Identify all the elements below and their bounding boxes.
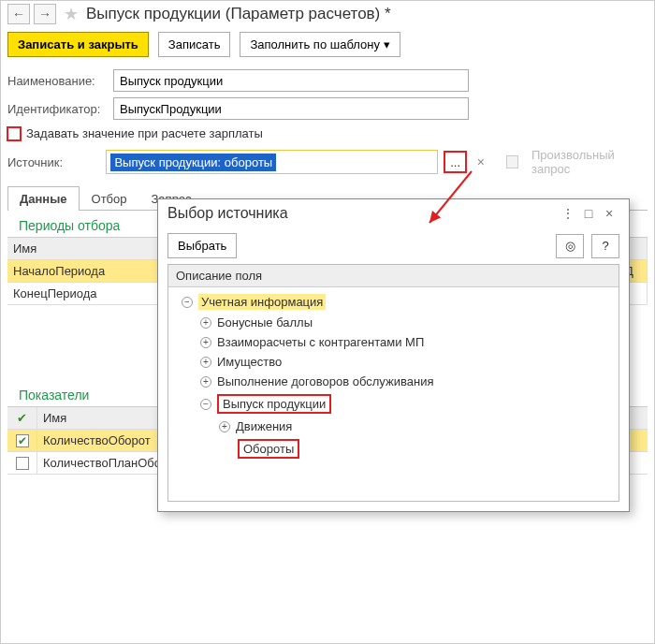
expand-icon[interactable]: +	[200, 337, 211, 348]
custom-query-label: Произвольный запрос	[531, 148, 648, 176]
source-lookup-button[interactable]: ...	[444, 152, 465, 172]
source-selection-dialog: Выбор источника ⋮ □ × Выбрать ◎ ? Описан…	[157, 198, 630, 512]
set-on-salary-label: Задавать значение при расчете зарплаты	[26, 126, 263, 140]
fill-template-label: Заполнить по шаблону	[250, 37, 379, 51]
tree-node[interactable]: +Взаиморасчеты с контрагентами МП	[176, 332, 611, 352]
dialog-title: Выбор источника	[167, 205, 558, 222]
tree-label: Обороты	[238, 439, 299, 459]
save-and-close-button[interactable]: Записать и закрыть	[7, 32, 149, 57]
expand-icon[interactable]: +	[219, 421, 230, 432]
camera-icon: ◎	[565, 239, 575, 253]
tree-node-output[interactable]: −Выпуск продукции	[176, 391, 611, 417]
tree-node[interactable]: +Выполнение договоров обслуживания	[176, 372, 611, 391]
indicators-col-check[interactable]: ✔	[7, 407, 37, 429]
dialog-select-button[interactable]: Выбрать	[167, 233, 237, 258]
tree-node[interactable]: +Движения	[176, 417, 611, 436]
source-clear-button[interactable]: ×	[477, 154, 489, 169]
save-button[interactable]: Записать	[158, 32, 231, 57]
tree-node[interactable]: +Имущество	[176, 352, 611, 372]
expand-icon[interactable]: +	[200, 357, 211, 368]
id-input[interactable]	[113, 97, 469, 120]
tree-node-turnovers[interactable]: Обороты	[176, 436, 611, 461]
check-icon: ✔	[17, 411, 27, 425]
name-label: Наименование:	[7, 74, 106, 88]
custom-query-checkbox	[506, 155, 518, 168]
source-input[interactable]: Выпуск продукции: обороты	[106, 150, 438, 174]
dialog-maximize-button[interactable]: □	[578, 206, 599, 221]
expand-icon[interactable]: +	[200, 317, 211, 329]
tree-label: Движения	[236, 419, 292, 433]
tree-label: Выпуск продукции	[217, 394, 331, 414]
dialog-field-description: Описание поля	[168, 265, 619, 287]
name-input[interactable]	[113, 69, 469, 92]
collapse-icon[interactable]: −	[200, 399, 211, 410]
nav-back-button[interactable]: ←	[7, 4, 30, 24]
chevron-down-icon: ▾	[384, 37, 390, 51]
tree-label: Учетная информация	[198, 294, 326, 310]
tab-data[interactable]: Данные	[7, 186, 80, 211]
tree-label: Выполнение договоров обслуживания	[217, 374, 433, 388]
dialog-help-button[interactable]: ?	[591, 234, 619, 258]
tree-label: Взаиморасчеты с контрагентами МП	[217, 335, 424, 349]
tree-node[interactable]: +Бонусные баллы	[176, 313, 611, 332]
set-on-salary-checkbox[interactable]	[7, 127, 21, 140]
source-value: Выпуск продукции: обороты	[110, 154, 276, 171]
fill-from-template-button[interactable]: Заполнить по шаблону ▾	[240, 32, 400, 57]
expand-icon[interactable]: +	[200, 376, 211, 388]
indicator-checkbox[interactable]	[16, 434, 29, 447]
favorite-star-icon[interactable]: ★	[64, 4, 79, 24]
dialog-menu-button[interactable]: ⋮	[558, 206, 578, 221]
id-label: Идентификатор:	[7, 102, 106, 116]
tree-label: Бонусные баллы	[217, 315, 313, 329]
dialog-view-button[interactable]: ◎	[556, 234, 584, 258]
collapse-icon[interactable]: −	[182, 297, 193, 308]
indicator-checkbox[interactable]	[16, 457, 29, 470]
source-label: Источник:	[7, 155, 98, 169]
dialog-close-button[interactable]: ×	[599, 206, 619, 221]
page-title: Выпуск продукции (Параметр расчетов) *	[86, 5, 391, 23]
tree-label: Имущество	[217, 355, 282, 369]
tab-filter[interactable]: Отбор	[80, 186, 139, 211]
nav-forward-button[interactable]: →	[34, 4, 56, 24]
tree-node-root[interactable]: − Учетная информация	[176, 291, 611, 313]
